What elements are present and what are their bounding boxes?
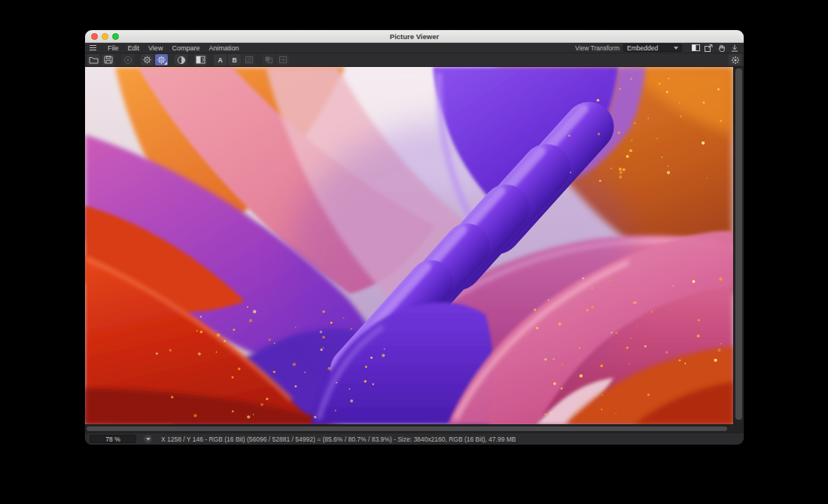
external-window-icon [705, 44, 713, 52]
zoom-level-field[interactable]: 78 % [90, 435, 136, 443]
render-settings-button[interactable] [141, 54, 154, 65]
viewport [85, 67, 744, 433]
horizontal-scrollbar [85, 424, 733, 433]
gear-x-icon [142, 55, 152, 65]
copy-image-button[interactable] [262, 54, 275, 65]
display-options-button[interactable] [155, 54, 168, 65]
statusbar: 78 % X 1258 / Y 146 - RGB (16 Bit) (5609… [85, 433, 744, 445]
dock-panel-button[interactable] [729, 44, 739, 52]
copy-layers-icon [264, 56, 273, 64]
compare-ab-button[interactable] [194, 54, 207, 65]
traffic-lights [91, 33, 119, 40]
view-transform-value: Embedded [627, 44, 658, 52]
save-floppy-icon [104, 56, 113, 64]
scrollbar-corner [733, 424, 744, 433]
menu-file[interactable]: File [103, 44, 123, 52]
gear-asterisk-icon [731, 56, 740, 65]
set-image-b-button[interactable]: B [228, 54, 241, 65]
view-transform-label: View Transform [575, 44, 619, 52]
swap-ab-button[interactable] [242, 54, 255, 65]
toolbar: A B [85, 53, 744, 67]
picture-viewer-window: Picture Viewer File Edit View Compare An… [85, 30, 744, 445]
filter-contrast-button[interactable] [175, 54, 187, 65]
contrast-circle-icon [177, 56, 186, 65]
b-label: B [232, 56, 236, 64]
rendered-image[interactable] [85, 67, 733, 424]
box-arrow-right-icon [279, 56, 288, 64]
view-transform-dropdown[interactable]: Embedded [623, 44, 682, 52]
ab-split-icon [196, 56, 205, 64]
chevron-down-icon [674, 47, 678, 50]
half-filled-square-icon [692, 44, 700, 51]
menu-hamburger-icon[interactable] [90, 45, 96, 51]
menubar: File Edit View Compare Animation View Tr… [85, 43, 744, 53]
zoom-button[interactable] [112, 33, 119, 40]
swap-icon [245, 56, 254, 64]
open-file-button[interactable] [87, 54, 100, 65]
minimize-button[interactable] [102, 33, 108, 40]
save-image-button[interactable] [102, 54, 114, 65]
a-label: A [218, 56, 222, 64]
split-compare-toggle[interactable] [691, 44, 701, 52]
arrow-down-to-line-icon [731, 44, 738, 52]
titlebar[interactable]: Picture Viewer [85, 30, 744, 43]
viewer-options-button[interactable] [729, 54, 741, 65]
zoom-dropdown-button[interactable] [144, 435, 152, 443]
menu-compare[interactable]: Compare [167, 44, 204, 52]
close-button[interactable] [91, 33, 98, 40]
abstract-render-artwork [85, 67, 733, 424]
vertical-scrollbar [733, 67, 744, 424]
folder-icon [89, 56, 99, 64]
dropdown-corner-indicator [164, 62, 167, 65]
horizontal-scrollbar-thumb[interactable] [87, 427, 727, 431]
pan-tool-button[interactable] [717, 44, 726, 52]
vertical-scrollbar-thumb[interactable] [735, 68, 742, 420]
hand-icon [718, 44, 726, 52]
pixel-info-text: X 1258 / Y 146 - RGB (16 Bit) (56096 / 5… [161, 436, 516, 443]
set-image-a-button[interactable]: A [214, 54, 227, 65]
menu-animation[interactable]: Animation [204, 44, 243, 52]
export-image-button[interactable] [276, 54, 289, 65]
menu-view[interactable]: View [144, 44, 167, 52]
chevron-down-icon [146, 438, 151, 441]
menu-edit[interactable]: Edit [123, 44, 145, 52]
x-circle-icon [123, 56, 132, 65]
window-title: Picture Viewer [85, 32, 744, 41]
open-external-window-button[interactable] [704, 44, 714, 52]
stop-render-button[interactable] [121, 54, 134, 65]
